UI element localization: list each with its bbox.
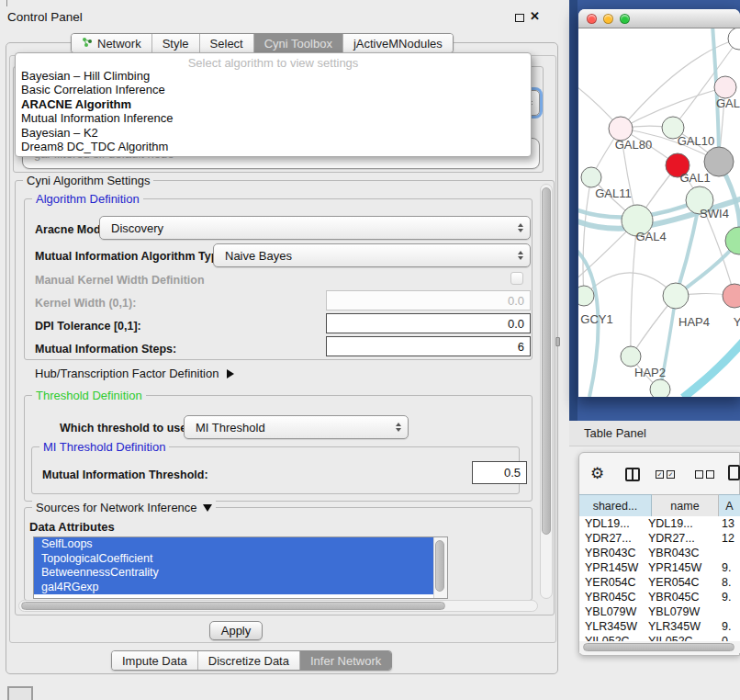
close-panel-icon[interactable]: ✕ [530, 9, 540, 23]
column-header[interactable]: A [719, 494, 740, 517]
mi-steps-field[interactable]: 6 [326, 336, 531, 356]
zoom-traffic-light-icon[interactable] [620, 14, 630, 24]
minimize-traffic-light-icon[interactable] [603, 14, 613, 24]
network-node[interactable] [728, 28, 740, 50]
table-cell: YBL079W [585, 605, 636, 618]
algorithm-option[interactable]: Mutual Information Inference [16, 111, 531, 125]
column-header[interactable]: shared... [579, 494, 652, 517]
tab-label: Select [210, 37, 243, 51]
attribute-item[interactable]: gal4RGexp [34, 581, 435, 595]
column-header[interactable]: name [652, 494, 719, 517]
which-threshold-value: MI Threshold [196, 421, 265, 435]
network-node-hap4[interactable] [663, 283, 689, 309]
table-row[interactable]: YBL079WYBL079W [579, 604, 740, 619]
table-cell: YDL19... [648, 517, 693, 530]
collapse-down-icon [203, 504, 212, 512]
network-node[interactable] [650, 379, 670, 397]
network-node-gal[interactable] [714, 76, 736, 98]
network-node[interactable] [725, 227, 740, 254]
table-cell: YER054C [585, 576, 636, 589]
stepper-icon [518, 223, 523, 232]
attribute-item[interactable]: BetweennessCentrality [34, 566, 435, 581]
sources-title-row[interactable]: Sources for Network Inference [32, 501, 216, 514]
attribute-items: SelfLoopsTopologicalCoefficientBetweenne… [34, 537, 447, 594]
network-node-y[interactable] [723, 284, 740, 308]
aracne-mode-combo[interactable]: Discovery [99, 216, 531, 240]
settings-hscrollbar-thumb[interactable] [21, 602, 445, 610]
table-cell: YBL079W [648, 605, 700, 618]
kernel-width-label: Kernel Width (0,1): [35, 297, 136, 310]
network-edge-weighted[interactable] [683, 339, 740, 397]
network-node-gal11[interactable] [581, 167, 601, 187]
tab-infer-network[interactable]: Infer Network [299, 651, 391, 670]
deselect-all-checks-icon[interactable] [695, 470, 714, 479]
network-canvas[interactable]: GALGAL80GAL10GAL1GAL11SWI4GAL4GCY1HAP4YH… [578, 28, 740, 397]
select-all-checks-icon[interactable]: ✓✓ [656, 470, 675, 479]
checked-box-icon: ✓ [656, 470, 664, 479]
float-window-icon[interactable] [515, 14, 524, 22]
cyni-settings-title: Cyni Algorithm Settings [23, 174, 153, 187]
mi-type-label: Mutual Information Algorithm Type: [35, 250, 228, 263]
algorithm-option[interactable]: Dream8 DC_TDC Algorithm [16, 140, 531, 153]
docked-panel-stub[interactable] [7, 686, 33, 700]
list-scrollbar-thumb[interactable] [435, 540, 444, 592]
table-row[interactable]: YLR345WYLR345W9. [579, 619, 740, 634]
export-table-icon[interactable] [728, 465, 740, 480]
node-label: GAL4 [635, 230, 666, 243]
table-cell: YDR27... [648, 532, 695, 545]
tab-cyni-toolbox[interactable]: Cyni Toolbox [253, 34, 342, 52]
panel-divider-handle[interactable] [555, 337, 560, 346]
network-window: GALGAL80GAL10GAL1GAL11SWI4GAL4GCY1HAP4YH… [578, 9, 740, 397]
tab-discretize-data[interactable]: Discretize Data [197, 651, 299, 670]
table-cell: YER054C [648, 576, 700, 589]
close-traffic-light-icon[interactable] [587, 14, 597, 24]
manual-kernel-checkbox[interactable] [510, 272, 523, 285]
mi-threshold-field[interactable]: 0.5 [472, 461, 527, 484]
table-row[interactable]: YDL19...YDL19...13 [579, 516, 740, 531]
tab-select[interactable]: Select [199, 34, 253, 52]
kernel-width-field[interactable]: 0.0 [326, 290, 531, 310]
gear-icon[interactable]: ⚙ [590, 464, 604, 483]
table-scrollbar-thumb[interactable] [583, 643, 734, 651]
sources-title: Sources for Network Inference [36, 501, 197, 514]
settings-vscrollbar-thumb[interactable] [542, 187, 551, 535]
which-threshold-combo[interactable]: MI Threshold [184, 415, 409, 439]
dpi-tolerance-field[interactable]: 0.0 [326, 313, 531, 333]
table-row[interactable]: YDR27...YDR27...12 [579, 531, 740, 546]
hub-definition-toggle[interactable]: Hub/Transcription Factor Definition [35, 367, 234, 380]
node-label: SWI4 [700, 207, 729, 220]
table-cell: YPR145W [648, 561, 701, 574]
data-attributes-list: SelfLoopsTopologicalCoefficientBetweenne… [33, 536, 448, 599]
mi-type-combo[interactable]: Naive Bayes [213, 243, 531, 267]
network-edge[interactable] [584, 273, 676, 296]
network-tab-icon [82, 37, 93, 51]
table-row[interactable]: YPR145WYPR145W9. [579, 560, 740, 575]
tab-impute-data[interactable]: Impute Data [112, 651, 197, 670]
network-node-hap2[interactable] [621, 346, 641, 367]
algorithm-option[interactable]: ARACNE Algorithm [16, 97, 531, 111]
tab-style[interactable]: Style [151, 34, 199, 52]
table-row[interactable]: YER054CYER054C8. [579, 575, 740, 590]
table-cell: YLR345W [585, 620, 637, 633]
algorithm-option[interactable]: Bayesian – K2 [16, 126, 531, 140]
table-panel-bar: Table Panel [569, 421, 740, 446]
split-columns-icon[interactable] [625, 468, 640, 481]
network-window-titlebar[interactable] [578, 9, 740, 28]
unchecked-box-icon [706, 470, 714, 479]
network-edge[interactable] [583, 177, 591, 296]
algorithm-option[interactable]: Basic Correlation Inference [16, 83, 531, 96]
table-cell: 9. [722, 620, 731, 633]
table-cell: 12 [722, 532, 734, 545]
algorithm-option[interactable]: Bayesian – Hill Climbing [16, 69, 531, 83]
apply-button[interactable]: Apply [209, 621, 263, 640]
tab-network[interactable]: Network [72, 34, 151, 52]
tab-jactivemnodules[interactable]: jActiveMNodules [342, 34, 453, 52]
table-row[interactable]: YBR043CYBR043C [579, 546, 740, 560]
table-cell: 9. [722, 591, 731, 604]
network-node-gcy1[interactable] [578, 286, 594, 306]
node-label: GAL11 [595, 186, 632, 200]
panel-edge-tick [6, 0, 7, 6]
attribute-item[interactable]: TopologicalCoefficient [34, 552, 435, 567]
attribute-item[interactable]: SelfLoops [34, 537, 435, 552]
table-row[interactable]: YBR045CYBR045C9. [579, 590, 740, 604]
